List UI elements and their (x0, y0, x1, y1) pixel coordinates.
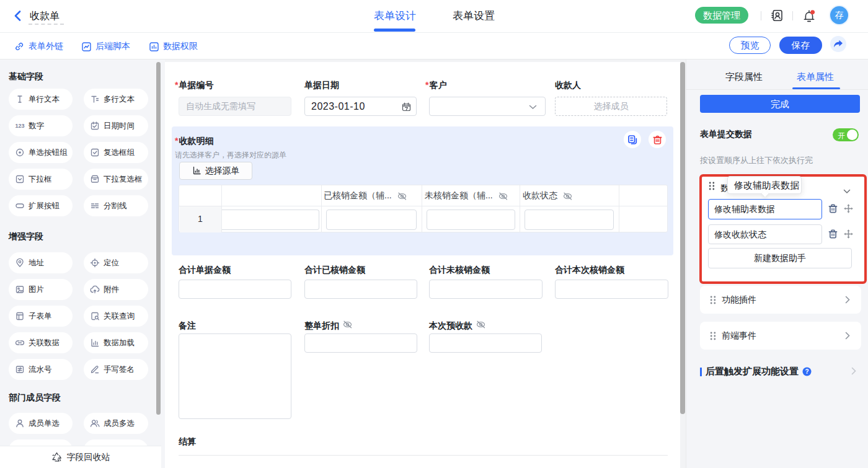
svg-text:123: 123 (15, 123, 24, 129)
svg-text:?: ? (805, 368, 808, 375)
